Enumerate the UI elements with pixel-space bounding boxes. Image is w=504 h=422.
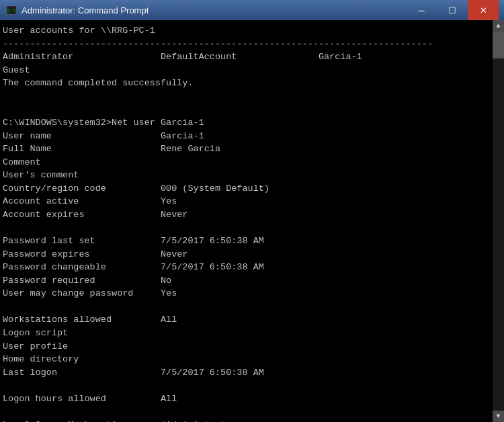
minimize-button[interactable]: ─ [406,0,437,20]
scrollbar-track[interactable] [493,32,504,411]
window-title: Administrator: Command Prompt [22,5,406,15]
terminal-output[interactable]: User accounts for \\RRG-PC-1 -----------… [0,20,493,422]
window-controls: ─ ☐ ✕ [406,0,499,20]
maximize-button[interactable]: ☐ [437,0,468,20]
title-bar: C:\ Administrator: Command Prompt ─ ☐ ✕ [0,0,504,20]
scrollbar-thumb[interactable] [493,32,504,58]
close-button[interactable]: ✕ [468,0,499,20]
app-icon: C:\ [5,4,17,16]
scroll-down-button[interactable]: ▼ [493,411,504,422]
terminal-text: User accounts for \\RRG-PC-1 -----------… [3,24,490,422]
scroll-up-button[interactable]: ▲ [493,20,504,32]
scrollbar[interactable]: ▲ ▼ [493,20,504,422]
svg-text:C:\: C:\ [7,8,16,13]
window-body: User accounts for \\RRG-PC-1 -----------… [0,20,504,422]
